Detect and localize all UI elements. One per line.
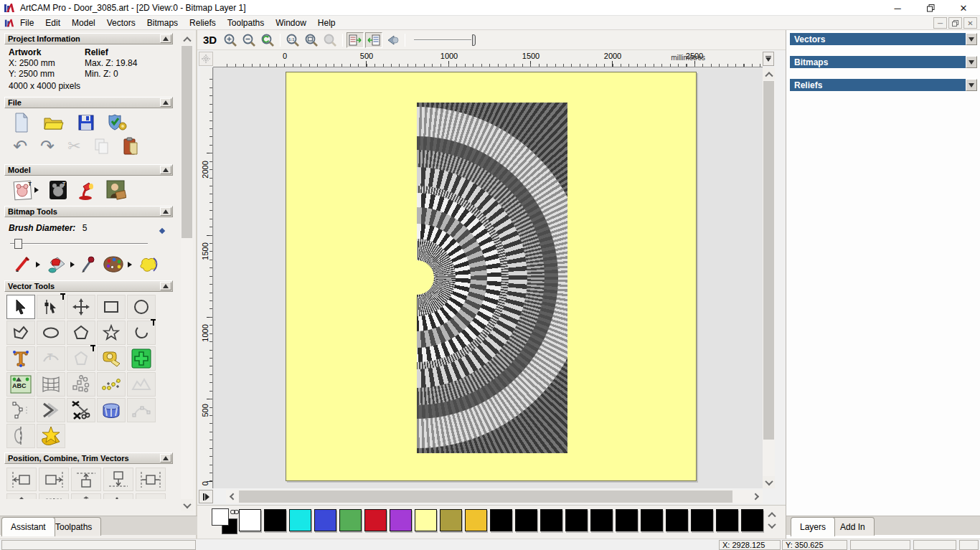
measure-tool[interactable] <box>97 346 126 371</box>
primary-colour-swatch[interactable] <box>212 508 229 526</box>
greyscale-view-button[interactable] <box>384 32 401 48</box>
flood-fill-icon[interactable] <box>46 255 67 274</box>
align-top-tool[interactable] <box>71 468 101 491</box>
section-vector-tools[interactable]: Vector Tools <box>4 280 173 292</box>
pick-colour-icon[interactable] <box>80 255 96 274</box>
slider-handle[interactable] <box>14 239 22 249</box>
link-colours-icon[interactable] <box>230 508 239 516</box>
palette-swatch[interactable] <box>490 509 512 531</box>
scroll-down-button[interactable] <box>181 499 193 511</box>
bitmap-fade-slider[interactable] <box>414 34 479 47</box>
offset-vector-tool[interactable] <box>37 398 65 422</box>
create-polygon-tool[interactable] <box>67 321 95 345</box>
fit-curve-to-points-tool[interactable] <box>97 372 126 397</box>
zoom-fit-button[interactable] <box>303 32 320 48</box>
fit-arcs-tool[interactable] <box>6 398 35 422</box>
section-position-combine-trim[interactable]: Position, Combine, Trim Vectors <box>4 452 173 464</box>
slider-track[interactable] <box>10 243 148 245</box>
texture-relief-icon[interactable] <box>106 180 126 200</box>
palette-swatch[interactable] <box>515 509 537 531</box>
align-right-tool[interactable] <box>39 468 69 491</box>
scroll-right-button[interactable] <box>750 490 763 503</box>
center-vertical-tool[interactable] <box>6 493 37 499</box>
menu-window[interactable]: Window <box>270 16 312 29</box>
3d-view-button[interactable]: 3D <box>203 34 217 46</box>
center-in-page-tool[interactable] <box>39 493 69 499</box>
palette-swatch[interactable] <box>741 509 763 531</box>
paint-icon[interactable] <box>14 256 33 273</box>
create-polyline-tool[interactable] <box>6 321 35 345</box>
expand-section-button[interactable] <box>966 33 977 45</box>
palette-swatch[interactable] <box>716 509 738 531</box>
center-horizontal-tool[interactable] <box>136 468 166 491</box>
transform-vectors-tool[interactable] <box>67 295 95 319</box>
mdi-close-button[interactable]: ✕ <box>963 17 977 29</box>
zoom-out-button[interactable] <box>240 32 258 48</box>
create-rectangle-tool[interactable] <box>97 295 126 319</box>
palette-swatch[interactable] <box>415 509 437 531</box>
toggle-vectors-button[interactable] <box>365 32 382 48</box>
section-model[interactable]: Model <box>4 164 173 176</box>
zoom-in-button[interactable] <box>222 32 239 48</box>
create-text-tool[interactable] <box>6 346 35 371</box>
assistant-scrollbar[interactable] <box>181 32 193 511</box>
set-model-size-icon[interactable]: T <box>13 179 33 201</box>
lighting-icon[interactable] <box>77 180 96 200</box>
palette-swatch[interactable] <box>590 509 613 531</box>
palette-scroll-up-button[interactable] <box>766 508 777 520</box>
close-button[interactable]: ✕ <box>947 0 980 16</box>
palette-swatch[interactable] <box>390 509 412 531</box>
adjust-model-icon[interactable]: T <box>49 180 67 200</box>
zoom-previous-button[interactable] <box>259 32 276 48</box>
palette-swatch[interactable] <box>239 509 261 531</box>
section-reliefs[interactable]: Reliefs <box>790 79 966 91</box>
scatter-tool[interactable] <box>103 493 133 499</box>
palette-swatch[interactable] <box>339 509 362 531</box>
horizontal-scrollbar[interactable] <box>226 490 763 503</box>
colour-palette-icon[interactable] <box>102 255 125 274</box>
flyout-arrow-icon[interactable] <box>128 262 132 267</box>
mdi-restore-button[interactable] <box>948 17 962 29</box>
tab-layers[interactable]: Layers <box>791 517 835 536</box>
create-ellipse-tool[interactable] <box>37 321 65 345</box>
section-project-information[interactable]: Project Information <box>4 33 173 44</box>
flyout-arrow-icon[interactable] <box>36 262 40 267</box>
primary-secondary-colour-indicator[interactable] <box>212 508 240 536</box>
undo-icon[interactable]: ↶ <box>13 139 27 153</box>
menu-bitmaps[interactable]: Bitmaps <box>141 16 184 29</box>
slice-vectors-tool[interactable] <box>6 424 35 448</box>
create-circle-tool[interactable] <box>127 295 156 319</box>
palette-swatch[interactable] <box>314 509 336 531</box>
collapse-section-button[interactable] <box>160 98 171 107</box>
palette-swatch[interactable] <box>289 509 311 531</box>
new-model-icon[interactable] <box>13 113 30 133</box>
scrollbar-thumb[interactable] <box>239 490 732 503</box>
scroll-up-button[interactable] <box>181 32 193 44</box>
redo-icon[interactable]: ↷ <box>40 139 55 153</box>
canvas-viewport[interactable] <box>213 67 763 488</box>
menu-vectors[interactable]: Vectors <box>101 16 141 29</box>
menu-toolpaths[interactable]: Toolpaths <box>222 16 270 29</box>
palette-swatch[interactable] <box>565 509 588 531</box>
scrollbar-thumb[interactable] <box>763 81 774 440</box>
pane-toggle-button[interactable] <box>199 490 213 503</box>
collapse-section-button[interactable] <box>160 282 171 290</box>
palette-swatch[interactable] <box>691 509 713 531</box>
section-bitmap-tools[interactable]: Bitmap Tools <box>4 206 173 217</box>
model-page[interactable] <box>286 72 697 481</box>
open-model-icon[interactable] <box>43 114 65 131</box>
units-dropdown-button[interactable] <box>763 52 774 66</box>
scroll-up-button[interactable] <box>763 67 775 80</box>
distort-vectors-tool[interactable] <box>37 372 65 397</box>
tab-add-in[interactable]: Add In <box>831 517 875 536</box>
menu-reliefs[interactable]: Reliefs <box>184 16 222 29</box>
paste-text-tool[interactable]: ABC <box>6 372 35 397</box>
menu-model[interactable]: Model <box>66 16 101 29</box>
block-model-tool[interactable] <box>127 346 156 371</box>
flyout-arrow-icon[interactable] <box>70 262 75 267</box>
node-editing-tool[interactable] <box>37 295 65 319</box>
license-manager-icon[interactable] <box>108 113 128 132</box>
trim-vectors-tool[interactable] <box>67 398 95 422</box>
select-vectors-tool[interactable] <box>6 295 35 319</box>
nesting-tool[interactable]: Nes <box>136 493 166 499</box>
